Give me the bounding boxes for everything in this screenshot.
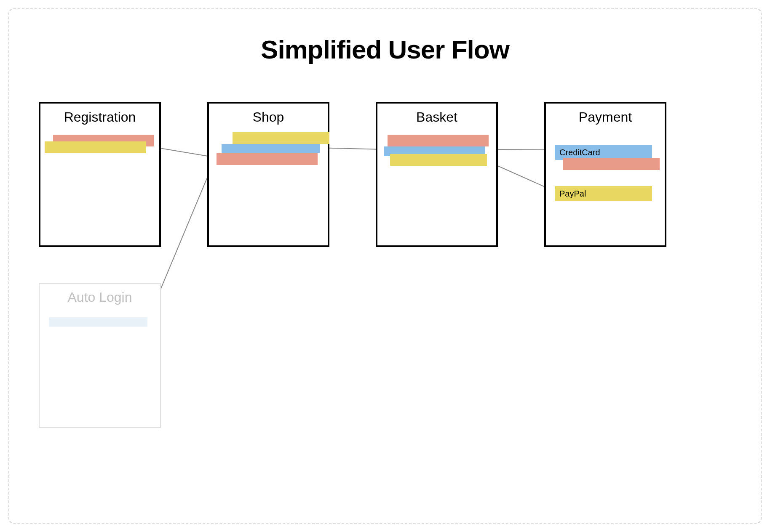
diagram-canvas: Simplified User Flow Registration Shop B… <box>8 8 762 524</box>
bar-basket-2 <box>390 154 487 166</box>
bar-payment-1 <box>563 158 660 170</box>
stage-label-basket: Basket <box>416 109 457 125</box>
stage-basket: Basket <box>376 102 498 247</box>
connector-layer <box>9 9 762 524</box>
bar-shop-2 <box>217 153 318 165</box>
stage-autologin: Auto Login <box>39 283 161 428</box>
bar-label-payment-0: CreditCard <box>559 148 600 157</box>
stage-label-registration: Registration <box>64 109 136 125</box>
bar-basket-0 <box>388 135 489 146</box>
bar-shop-0 <box>233 132 329 144</box>
bar-shop-1 <box>222 144 320 153</box>
stage-label-autologin: Auto Login <box>67 290 132 305</box>
diagram-title: Simplified User Flow <box>261 35 509 64</box>
stage-registration: Registration <box>39 102 161 247</box>
stage-shop: Shop <box>207 102 329 247</box>
stage-label-payment: Payment <box>579 109 632 125</box>
bar-label-payment-2: PayPal <box>559 189 586 199</box>
bar-payment-2: PayPal <box>555 186 652 201</box>
stage-label-shop: Shop <box>253 109 284 125</box>
stage-payment: Payment CreditCardPayPal <box>544 102 666 247</box>
bar-registration-1 <box>45 141 146 153</box>
bar-payment-0: CreditCard <box>555 145 652 160</box>
bar-autologin-0 <box>49 317 147 327</box>
